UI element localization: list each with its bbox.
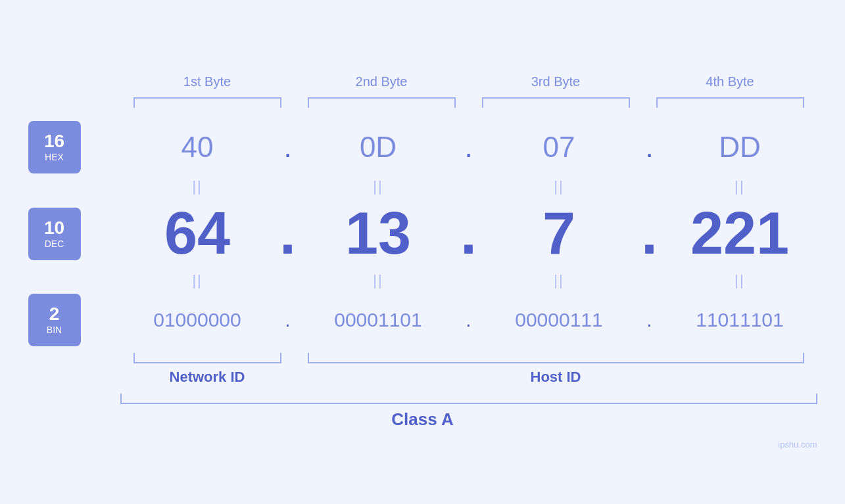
- dec-badge-label: DEC: [45, 239, 64, 249]
- dec-b4: 221: [663, 200, 817, 267]
- hex-dot3: .: [637, 131, 663, 164]
- bracket-host: [308, 353, 804, 363]
- dec-b3: 7: [482, 200, 637, 267]
- bin-b3: 00000111: [482, 309, 637, 331]
- bracket-byte2: [308, 97, 456, 108]
- bin-b2: 00001101: [301, 309, 456, 331]
- byte4-label: 4th Byte: [643, 74, 817, 92]
- byte3-label: 3rd Byte: [469, 74, 643, 92]
- bracket-class: [120, 394, 817, 404]
- class-label: Class A: [28, 409, 817, 430]
- dec-badge: 10 DEC: [28, 208, 81, 260]
- dec-dot2: .: [456, 200, 482, 267]
- bracket-byte4: [656, 97, 804, 108]
- bin-badge-number: 2: [49, 305, 60, 323]
- hex-badge-number: 16: [44, 132, 64, 150]
- watermark: ipshu.com: [778, 440, 817, 449]
- host-id-label: Host ID: [295, 369, 817, 386]
- dec-dot1: .: [275, 200, 301, 267]
- dec-badge-number: 10: [44, 219, 64, 237]
- byte2-label: 2nd Byte: [295, 74, 469, 92]
- network-id-label: Network ID: [120, 369, 295, 386]
- sep1-eq4: ||: [663, 178, 817, 195]
- dec-b1: 64: [120, 200, 275, 267]
- bin-dot1: .: [275, 309, 301, 331]
- bin-b1: 01000000: [120, 309, 275, 331]
- bin-dot2: .: [456, 309, 482, 331]
- bin-dot3: .: [637, 309, 663, 331]
- hex-b3: 07: [482, 131, 637, 164]
- sep2-eq4: ||: [663, 272, 817, 289]
- byte1-label: 1st Byte: [120, 74, 295, 92]
- sep2-eq2: ||: [301, 272, 456, 289]
- dec-b2: 13: [301, 200, 456, 267]
- sep2-eq3: ||: [482, 272, 637, 289]
- bin-badge-label: BIN: [47, 325, 62, 335]
- hex-badge-label: HEX: [45, 152, 64, 162]
- dec-dot3: .: [637, 200, 663, 267]
- bracket-network: [133, 353, 281, 363]
- bracket-byte3: [482, 97, 630, 108]
- sep1-eq1: ||: [120, 178, 275, 195]
- hex-dot1: .: [275, 131, 301, 164]
- hex-b2: 0D: [301, 131, 456, 164]
- bin-badge: 2 BIN: [28, 294, 81, 346]
- hex-dot2: .: [456, 131, 482, 164]
- sep1-eq2: ||: [301, 178, 456, 195]
- bin-b4: 11011101: [663, 309, 817, 331]
- sep1-eq3: ||: [482, 178, 637, 195]
- hex-b4: DD: [663, 131, 817, 164]
- hex-b1: 40: [120, 131, 275, 164]
- hex-badge: 16 HEX: [28, 121, 81, 173]
- bracket-byte1: [133, 97, 281, 108]
- sep2-eq1: ||: [120, 272, 275, 289]
